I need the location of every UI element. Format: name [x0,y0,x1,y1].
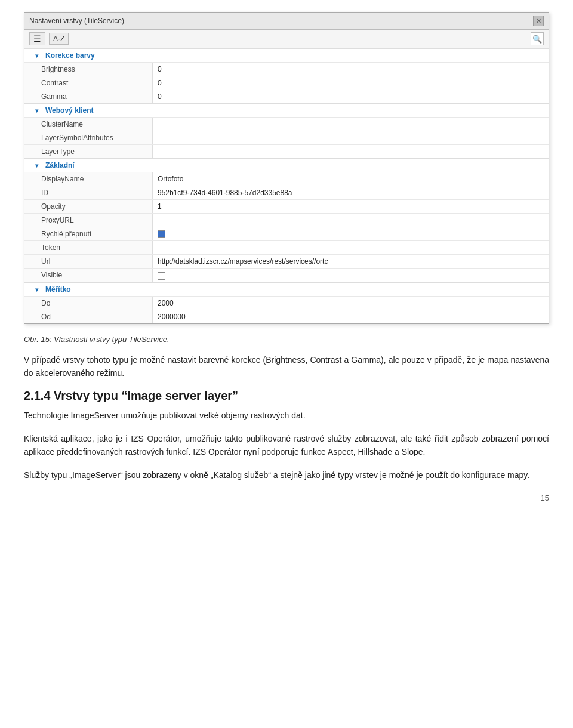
prop-label-contrast: Contrast [24,76,153,90]
prop-value-od: 2000000 [153,310,549,323]
table-row: Opacity 1 [24,199,549,213]
prop-label-layersymbolattributes: LayerSymbolAttributes [24,131,153,144]
prop-label-od: Od [24,310,153,323]
paragraph-4: Služby typu „ImageServer“ jsou zobrazeny… [24,468,549,482]
prop-value-brightness: 0 [153,63,549,76]
paragraph-1: V případě vrstvy tohoto typu je možné na… [24,353,549,380]
prop-value-layersymbolattributes [153,131,549,144]
section-header-meritko[interactable]: ▾ Měřítko [24,282,549,296]
paragraph-3: Klientská aplikace, jako je i IZS Operát… [24,432,549,459]
collapse-icon-webovy-klient: ▾ [35,107,41,113]
table-row: LayerSymbolAttributes [24,131,549,144]
list-icon-button[interactable]: ☰ [29,32,45,45]
section-header-korekce-barvy[interactable]: ▾ Korekce barvy [24,48,549,62]
list-icon: ☰ [33,34,41,44]
prop-value-rychleprepnuti [153,227,549,240]
section-heading: 2.1.4 Vrstvy typu “Image server layer” [24,389,549,403]
prop-label-opacity: Opacity [24,200,153,213]
prop-value-opacity: 1 [153,200,549,213]
collapse-icon-meritko: ▾ [35,286,41,292]
prop-label-token: Token [24,241,153,254]
page-wrapper: Nastavení vrstvy (TileService) ✕ ☰ A-Z 🔍… [24,12,549,502]
dialog-window: Nastavení vrstvy (TileService) ✕ ☰ A-Z 🔍… [24,12,549,324]
section-label-zakladni: Základní [45,161,75,169]
prop-value-contrast: 0 [153,76,549,90]
checkbox-checked-icon [158,230,165,238]
sort-az-label: A-Z [53,35,64,43]
prop-value-url: http://datsklad.izscr.cz/mapservices/res… [153,255,549,268]
prop-value-do: 2000 [153,297,549,310]
table-row: Gamma 0 [24,90,549,103]
prop-label-brightness: Brightness [24,63,153,76]
prop-value-displayname: Ortofoto [153,172,549,186]
prop-value-gamma: 0 [153,90,549,103]
prop-label-clustername: ClusterName [24,118,153,131]
table-row: Do 2000 [24,296,549,310]
paragraph-2: Technologie ImageServer umožňuje publiko… [24,409,549,422]
page-number: 15 [24,493,549,502]
search-icon: 🔍 [532,35,542,44]
prop-label-visible: Visible [24,269,153,282]
table-row: Url http://datsklad.izscr.cz/mapservices… [24,254,549,268]
image-caption: Obr. 15: Vlastnosti vrstvy typu TileServ… [24,335,549,344]
prop-label-proxyurl: ProxyURL [24,214,153,227]
prop-label-layertype: LayerType [24,145,153,158]
prop-value-clustername [153,118,549,131]
table-row: Brightness 0 [24,62,549,76]
prop-label-id: ID [24,186,153,199]
section-header-webovy-klient[interactable]: ▾ Webový klient [24,103,549,117]
prop-value-visible [153,269,549,282]
table-row: ID 952b1cf9-734d-4601-9885-57d2d335e88a [24,186,549,199]
collapse-icon-korekce-barvy: ▾ [35,53,41,58]
sort-az-button[interactable]: A-Z [49,33,69,45]
props-content: ▾ Korekce barvy Brightness 0 Contrast 0 … [24,48,549,323]
section-label-meritko: Měřítko [45,285,71,294]
prop-value-proxyurl [153,214,549,227]
table-row: Token [24,240,549,254]
close-button[interactable]: ✕ [533,16,544,26]
checkbox-empty-icon [158,272,165,280]
section-header-zakladni[interactable]: ▾ Základní [24,158,549,172]
table-row: ClusterName [24,117,549,131]
section-label-webovy-klient: Webový klient [45,106,93,115]
table-row: Contrast 0 [24,76,549,90]
table-row: Rychlé přepnutí [24,227,549,240]
table-row: ProxyURL [24,213,549,227]
search-button[interactable]: 🔍 [531,32,544,45]
prop-label-displayname: DisplayName [24,172,153,186]
dialog-toolbar: ☰ A-Z 🔍 [24,30,549,48]
table-row: Visible [24,268,549,282]
prop-value-token [153,241,549,254]
section-label-korekce-barvy: Korekce barvy [45,51,95,60]
table-row: DisplayName Ortofoto [24,172,549,186]
prop-label-url: Url [24,255,153,268]
prop-value-layertype [153,145,549,158]
prop-label-gamma: Gamma [24,90,153,103]
prop-label-do: Do [24,297,153,310]
dialog-title: Nastavení vrstvy (TileService) [29,17,124,25]
table-row: Od 2000000 [24,310,549,323]
table-row: LayerType [24,144,549,158]
prop-label-rychleprepnuti: Rychlé přepnutí [24,227,153,240]
prop-value-id: 952b1cf9-734d-4601-9885-57d2d335e88a [153,186,549,199]
dialog-titlebar: Nastavení vrstvy (TileService) ✕ [24,13,549,30]
collapse-icon-zakladni: ▾ [35,162,41,168]
